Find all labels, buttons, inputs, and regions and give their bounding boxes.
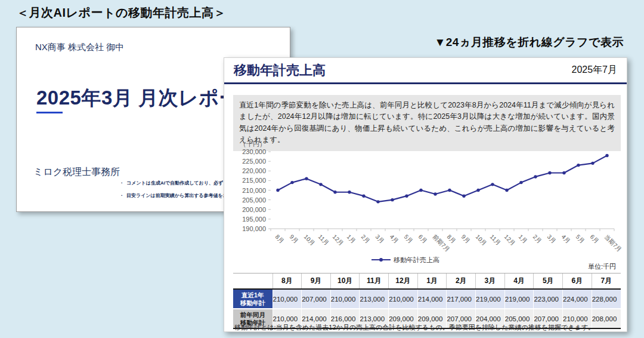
table-col-header: 2月 [447, 274, 476, 290]
report-period: 2025年7月 [572, 64, 618, 76]
table-col-header: 7月 [592, 274, 621, 290]
table-cell: 217,000 [447, 289, 476, 309]
y-tick-label: 215,000 [242, 177, 266, 184]
table-col-header: 8月 [273, 274, 302, 290]
line-chart-svg: （千円）230,000225,000220,000215,000210,0002… [231, 140, 619, 272]
legend-label: 移動年計売上高 [394, 256, 439, 263]
table-cell: 219,000 [476, 289, 505, 309]
y-tick-label: 190,000 [242, 225, 266, 232]
monthly-table: 8月9月10月11月12月1月2月3月4月5月6月7月直近1年移動年計210,0… [233, 273, 621, 329]
data-point [319, 183, 322, 186]
data-point [305, 177, 308, 180]
report-title: 移動年計売上高 [234, 62, 326, 79]
page-title: ＜月次AIレポートの移動年計売上高＞ [17, 5, 226, 21]
x-tick-label: 5月 [575, 233, 586, 245]
title-underline [36, 112, 63, 113]
table-footnote: 移動年計とは:当月を含めた過去12か月の売上高の合計を比較するもの。季節要因を排… [234, 323, 619, 332]
table-cell: 228,000 [592, 289, 621, 309]
x-tick-label: 8月 [274, 233, 286, 245]
data-point [333, 190, 336, 193]
data-point [577, 164, 580, 167]
x-tick-label: 9月 [460, 233, 472, 245]
chart-annotation: ▼24ヵ月推移を折れ線グラフで表示 [434, 35, 624, 50]
data-point [491, 183, 494, 186]
monthly-table-wrap: 8月9月10月11月12月1月2月3月4月5月6月7月直近1年移動年計210,0… [233, 273, 621, 329]
table-col-header: 1月 [417, 274, 447, 290]
table-cell: 210,000 [389, 289, 418, 309]
data-point [391, 198, 394, 201]
data-point [505, 189, 508, 192]
data-point [434, 192, 436, 195]
data-point [562, 171, 565, 174]
table-col-header: 4月 [504, 274, 534, 290]
table-col-header: 9月 [302, 274, 331, 290]
x-tick-label: 当期7月 [603, 233, 623, 253]
y-tick-label: 195,000 [242, 216, 266, 223]
issuer-name: ミロク税理士事務所 [33, 166, 120, 179]
table-cell: 210,000 [273, 289, 302, 309]
table-cell: 207,000 [302, 289, 331, 309]
legend-marker-icon [379, 258, 383, 262]
x-tick-label: 12月 [332, 233, 345, 247]
data-point [276, 189, 279, 192]
x-tick-label: 2月 [532, 233, 543, 245]
x-tick-label: 10月 [475, 233, 488, 247]
series-line [278, 155, 607, 201]
bullet-icon: ・ [119, 193, 124, 198]
y-tick-label: 210,000 [242, 187, 266, 194]
x-tick-label: 10月 [303, 233, 317, 247]
x-tick-label: 1月 [518, 233, 529, 245]
table-cell: 224,000 [563, 289, 592, 309]
y-tick-label: 200,000 [242, 206, 266, 213]
x-tick-label: 3月 [546, 233, 558, 245]
data-point [362, 194, 365, 197]
x-tick-label: 6月 [417, 233, 429, 245]
table-cell: 219,000 [504, 289, 534, 309]
recipient-name: NX商事 株式会社 御中 [35, 42, 124, 53]
y-tick-label: 220,000 [242, 167, 266, 174]
table-row-label: 直近1年移動年計 [233, 289, 273, 309]
data-point [419, 189, 422, 192]
table-col-header: 5月 [534, 274, 563, 290]
data-point [462, 194, 465, 197]
x-tick-label: 8月 [446, 233, 457, 245]
data-point [548, 171, 551, 174]
y-tick-label: 205,000 [242, 196, 266, 204]
table-row: 直近1年移動年計210,000207,000210,000213,000210,… [233, 289, 621, 309]
y-axis-unit-label: （千円） [240, 140, 266, 148]
x-tick-label: 5月 [403, 233, 414, 245]
x-tick-label: 4月 [561, 233, 572, 245]
data-point [376, 200, 379, 203]
y-tick-label: 225,000 [242, 158, 266, 165]
report-header: 移動年計売上高 2025年7月 [224, 58, 627, 84]
x-tick-label: 1月 [346, 233, 357, 245]
table-col-header: 10月 [330, 274, 360, 290]
x-tick-label: 2月 [360, 233, 371, 245]
table-corner-cell [233, 274, 273, 290]
x-tick-label: 11月 [317, 233, 330, 247]
x-tick-label: 6月 [589, 233, 600, 245]
y-tick-label: 230,000 [242, 148, 266, 155]
x-tick-label: 12月 [503, 233, 517, 247]
x-tick-label: 4月 [389, 233, 400, 245]
data-point [290, 181, 293, 184]
data-point [448, 189, 451, 192]
table-col-header: 12月 [389, 274, 418, 290]
bullet-icon: ・ [119, 180, 124, 186]
table-col-header: 11月 [360, 274, 389, 290]
unit-note: 単位:千円 [588, 262, 616, 271]
data-point [348, 190, 351, 193]
data-point [476, 189, 479, 192]
table-col-header: 6月 [563, 274, 592, 290]
data-point [605, 154, 608, 157]
x-tick-label: 3月 [374, 233, 386, 245]
table-cell: 214,000 [417, 289, 447, 309]
report-slide-card: 移動年計売上高 2025年7月 直近1年間の季節変動を除いた売上高は、前年同月と… [224, 57, 627, 332]
data-point [405, 194, 408, 197]
table-cell: 213,000 [360, 289, 389, 309]
sales-line-chart: （千円）230,000225,000220,000215,000210,0002… [231, 140, 619, 272]
table-cell: 210,000 [330, 289, 360, 309]
x-tick-label: 9月 [289, 233, 300, 245]
x-tick-label: 11月 [489, 233, 502, 247]
data-point [591, 162, 594, 165]
